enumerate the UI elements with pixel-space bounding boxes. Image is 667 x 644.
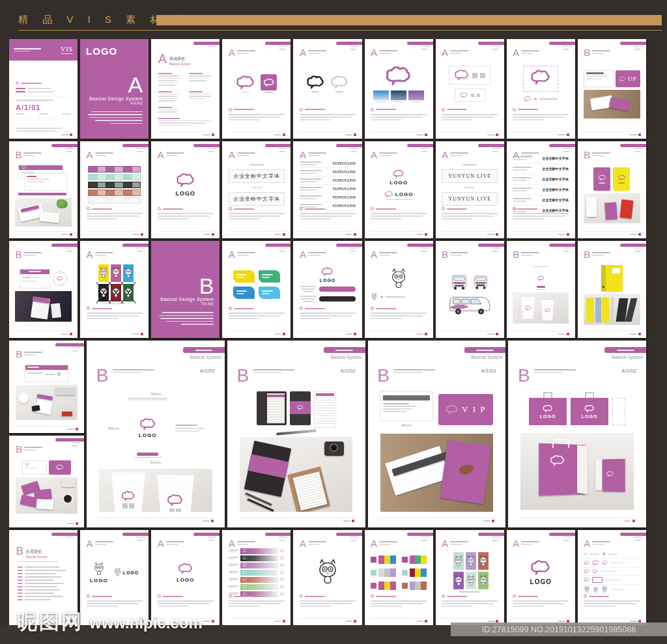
text-line (350, 151, 357, 152)
text-line (592, 544, 604, 545)
logo-wordmark: LOGO (530, 578, 552, 585)
text-line (39, 113, 48, 115)
section-letter: A (371, 251, 377, 259)
section-tab (336, 42, 362, 45)
page-header: A (371, 540, 427, 548)
cloud-logo-icon (280, 549, 285, 553)
mockup-photo (16, 385, 77, 420)
text-line (308, 50, 326, 51)
text-line (492, 251, 499, 252)
cloud-logo-icon (280, 556, 285, 560)
text-line (308, 155, 320, 156)
section-letter: A (513, 49, 519, 57)
brochure-page-cup_large: Basical SystemBA/1/0270mm84mmLOGO52mm (87, 341, 225, 527)
section-tab-subtitle (278, 46, 287, 46)
page-footer (583, 132, 640, 136)
description-block (371, 207, 427, 219)
toc-list-row (18, 573, 67, 574)
cloud-logo-icon (330, 75, 349, 90)
description-block (371, 108, 427, 120)
text-line (513, 603, 565, 604)
text-line (584, 606, 615, 607)
page-number-mark (567, 133, 569, 136)
pen-mock (276, 429, 317, 435)
text-line (14, 48, 41, 49)
text-line (610, 563, 625, 564)
cloud-logo-icon (606, 471, 614, 477)
color-cell (115, 175, 122, 180)
section-letter: A (87, 540, 93, 548)
bag-diagram: LOGO (571, 398, 608, 425)
page-header: A (513, 540, 569, 548)
section-letter: B (15, 151, 21, 160)
section-tab (549, 244, 575, 247)
text-line (229, 559, 236, 560)
page-content (229, 551, 285, 594)
text-line (462, 164, 477, 165)
page-footer (378, 518, 494, 522)
description-block (87, 307, 143, 319)
page-number-mark (425, 133, 427, 136)
page-grid-row-3: BABBasical Design System基础系统AALOGOABBB (9, 241, 646, 338)
cover-body: A/1/01 (9, 61, 78, 132)
text-line (159, 315, 214, 316)
section-tab-subtitle (136, 537, 145, 537)
text-line (592, 152, 610, 154)
text-line (513, 218, 544, 219)
text-line (371, 216, 423, 217)
text-line (16, 113, 25, 115)
text-line (158, 76, 180, 77)
note-icon (87, 595, 90, 598)
page-number-mark (76, 522, 78, 525)
text-line (450, 544, 462, 545)
page-code (72, 350, 78, 352)
text-line (203, 520, 210, 522)
note-icon (229, 108, 232, 111)
mockup-photo (584, 193, 640, 223)
page-code: A/1/02 (621, 368, 636, 374)
text-line (16, 88, 25, 89)
page-footer (15, 426, 78, 430)
text-line (27, 372, 43, 374)
font-sample: 企业全称中文字体 (543, 176, 569, 182)
text-line (14, 51, 31, 52)
page-code (137, 151, 143, 152)
section-tab-subtitle (492, 46, 501, 46)
text-line (450, 50, 468, 51)
cloud-logo-icon (242, 578, 247, 581)
toc-list (18, 567, 67, 600)
brochure-page-logo_pair: A (222, 39, 291, 139)
combo-color-swatch (378, 581, 384, 590)
note-icon (371, 207, 374, 210)
text-line (513, 190, 527, 191)
page-code: A/1/02 (200, 368, 215, 374)
text-line (300, 213, 356, 214)
text-line (274, 333, 281, 335)
text-line (189, 98, 206, 100)
text-line (87, 218, 118, 219)
text-line (630, 621, 637, 622)
text-line (229, 114, 285, 115)
color-row (88, 197, 141, 204)
text-line (300, 170, 322, 171)
text-line (158, 603, 210, 604)
letterhead-mock (24, 173, 67, 191)
font-sample: YUNYUN LIVE (332, 187, 356, 190)
description-block (229, 595, 285, 607)
text-line (300, 603, 352, 604)
combo-color-swatch (378, 555, 384, 564)
text-line (229, 552, 236, 553)
text-line (563, 49, 570, 50)
text-line (447, 208, 467, 210)
section-tab-subtitle (421, 148, 430, 148)
section-tab-subtitle (492, 537, 501, 537)
text-line (158, 107, 172, 108)
brochure-page-mascot_single: A (365, 241, 433, 338)
section-letter: A (87, 151, 93, 160)
page-content (442, 60, 498, 107)
text-line (376, 208, 396, 210)
mockup-photo (15, 291, 71, 322)
brochure-page-notebook: Basical SystemBA/1/02 (227, 341, 365, 527)
page-footer (157, 231, 214, 236)
brochure-page-mascot_big: A (293, 530, 362, 625)
